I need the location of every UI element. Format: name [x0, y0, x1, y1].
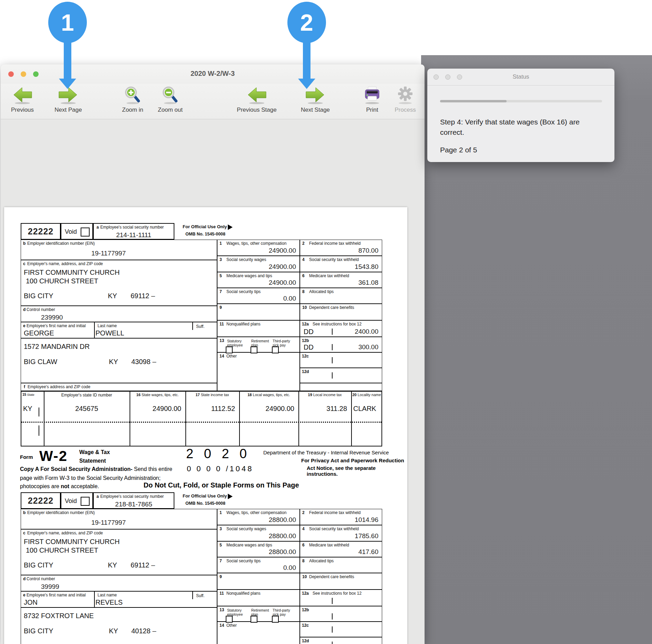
ssn-label: Employee's social security number	[100, 494, 164, 499]
state-id-value: 245675	[44, 405, 130, 413]
suffix-label: Suff.	[196, 324, 204, 329]
address-zip: 43098 –	[131, 358, 156, 366]
catalog-number: 0 0 0 0 /1048	[187, 464, 253, 473]
zoom-in-icon	[114, 85, 152, 104]
box12b-code: DD	[304, 343, 314, 351]
callout-2-badge: 2	[287, 2, 326, 43]
treasury-line: Department of the Treasury - Internal Re…	[263, 450, 389, 455]
status-titlebar[interactable]: Status	[427, 69, 614, 85]
ein-value: 19-1177997	[21, 250, 196, 257]
print-button[interactable]: Print	[353, 85, 391, 118]
employer-city: BIG CITY	[24, 561, 53, 569]
address-state: KY	[109, 627, 118, 635]
do-not-cut-warning: Do Not Cut, Fold, or Staple Forms on Thi…	[118, 481, 325, 489]
control-value: 239990	[41, 314, 63, 321]
control-label: Control number	[27, 576, 55, 581]
box4-ss-tax: 4 Social security tax withheld 1785.60	[300, 525, 382, 541]
form-w2-title: W-2	[39, 448, 68, 464]
official-use-block: For Official Use Only OMB No. 1545-0008	[183, 493, 233, 506]
progress-bar-fill	[440, 100, 507, 102]
form-word: Form	[20, 454, 33, 460]
box3-ss-wages: 3 Social security wages 28800.00	[217, 525, 300, 541]
official-use-block: For Official Use Only OMB No. 1545-0008	[183, 224, 233, 237]
box13-checkboxes: 13 Statutory employee Retirement plan Th…	[217, 337, 300, 352]
ein-label: Employer identification number (EIN)	[27, 510, 95, 515]
box12b: 12b DD 300.00	[300, 337, 382, 352]
box9: 9	[217, 304, 300, 320]
state17-value: 1112.52	[185, 405, 235, 413]
omb-label: OMB No. 1545-0008	[185, 232, 233, 237]
status-window-title: Status	[427, 73, 614, 80]
retirement-plan-checkbox	[251, 346, 257, 353]
address-city: BIG CITY	[24, 627, 53, 635]
box6-medicare-tax: 6 Medicare tax withheld 361.08	[300, 272, 382, 288]
last-name-label: Last name	[98, 593, 117, 597]
status-page-indicator: Page 2 of 5	[440, 146, 477, 154]
box12-stub	[300, 383, 382, 391]
zoom-in-button[interactable]: Zoom in	[114, 85, 152, 118]
employer-label: Employer's name, address, and ZIP code	[27, 531, 103, 535]
ssn-value: 214-11-1111	[94, 231, 174, 239]
callout-1-badge: 1	[48, 2, 87, 43]
box5-medicare-wages: 5 Medicare wages and tips 24900.00	[217, 272, 300, 288]
employee-address-box: 8732 FOXTROT LANE BIG CITY KY 40128 –	[21, 607, 217, 644]
box10-dependent-care: 10 Dependent care benefits	[300, 573, 382, 590]
process-button[interactable]: Process	[386, 85, 424, 118]
void-label: Void	[65, 228, 77, 235]
ein-value: 19-1177997	[21, 519, 196, 526]
box7-value: 0.00	[283, 564, 296, 572]
ein-box: b Employer identification number (EIN) 1…	[21, 240, 217, 260]
state15-value: KY	[23, 405, 32, 413]
void-checkbox	[81, 497, 90, 506]
form-code: 22222	[21, 496, 60, 506]
next-page-button[interactable]: Next Page	[49, 85, 87, 118]
previous-stage-button[interactable]: Previous Stage	[234, 85, 280, 118]
copy-a-line2: page with Form W-3 to the Social Securit…	[20, 475, 161, 481]
box4-value: 1785.60	[355, 532, 378, 540]
arrowhead-icon	[228, 224, 233, 230]
box13-checkboxes: 13 Statutory employee Retirement plan Th…	[217, 606, 300, 622]
callout-1-number: 1	[61, 11, 74, 34]
void-checkbox	[81, 228, 90, 237]
box6-medicare-tax: 6 Medicare tax withheld 417.60	[300, 541, 382, 557]
ssn-box: a Employee's social security number 218-…	[93, 492, 174, 509]
first-name-label: Employee's first name and initial	[27, 593, 86, 597]
box12b: 12b	[300, 606, 382, 622]
zoom-out-button[interactable]: Zoom out	[151, 85, 189, 118]
state-id-label: Employer's state ID number	[44, 393, 130, 398]
employer-street: 100 CHURCH STREET	[26, 277, 98, 285]
first-name-value: GEORGE	[24, 329, 54, 337]
state-local-section: 15 State Employer's state ID number 16 S…	[21, 391, 382, 446]
form-code: 22222	[21, 227, 60, 237]
ssn-value: 218-81-7865	[94, 501, 174, 508]
box1-value: 24900.00	[269, 247, 296, 254]
employer-city: BIG CITY	[24, 292, 53, 300]
arrow-left-icon	[234, 85, 280, 104]
address-city: BIG CLAW	[24, 358, 57, 366]
callout-2-arrow-icon	[298, 79, 315, 89]
box12a-value: 2400.00	[355, 328, 378, 335]
box1-value: 28800.00	[269, 516, 296, 524]
official-use-label: For Official Use Only	[183, 224, 227, 229]
third-party-sick-pay-checkbox	[272, 616, 279, 623]
ein-box: b Employer identification number (EIN) 1…	[21, 509, 217, 529]
address-street: 1572 MANDARIN DR	[24, 343, 90, 351]
box12d: 12d	[300, 368, 382, 383]
statutory-employee-checkbox	[226, 616, 233, 623]
printer-icon	[353, 85, 391, 104]
next-stage-button[interactable]: Next Stage	[292, 85, 338, 118]
void-box: Void	[61, 492, 93, 509]
employee-address-box: 1572 MANDARIN DR BIG CLAW KY 43098 –	[21, 338, 217, 383]
previous-button[interactable]: Previous	[3, 85, 41, 118]
box2-value: 870.00	[358, 247, 378, 254]
omb-label: OMB No. 1545-0008	[185, 501, 233, 506]
box8-allocated-tips: 8 Allocated tips	[300, 288, 382, 304]
ssn-box: a Employee's social security number 214-…	[93, 223, 174, 240]
employer-state: KY	[108, 292, 117, 300]
last-name-value: REVELS	[95, 598, 123, 606]
wage-tax-line2: Statement	[79, 458, 106, 464]
employer-state: KY	[108, 561, 117, 569]
void-box: Void	[61, 223, 93, 240]
box4-value: 1543.80	[355, 263, 378, 271]
arrow-left-icon	[3, 85, 41, 104]
